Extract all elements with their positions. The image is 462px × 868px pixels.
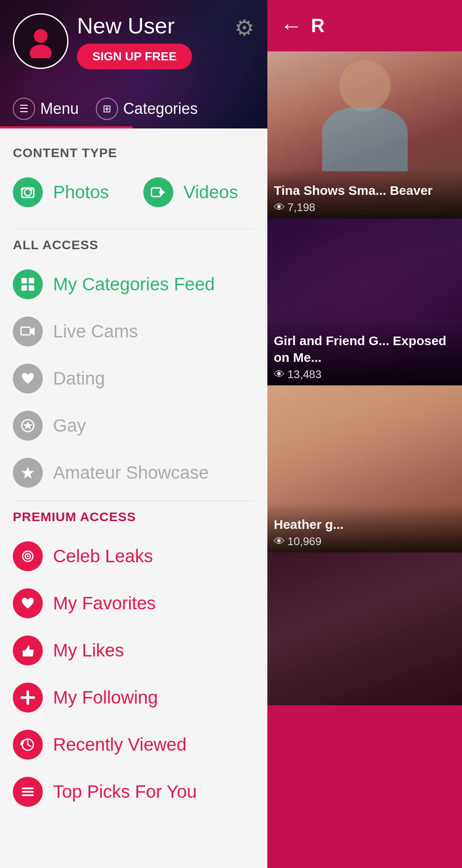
video-views-2: 👁 13,483: [274, 368, 456, 381]
sidebar-item-celeb-leaks[interactable]: Celeb Leaks: [13, 533, 255, 580]
app-header: New User SIGN UP FREE ⚙ ☰ Menu ⊞ Categor…: [0, 0, 267, 128]
top-picks-icon: [13, 777, 43, 807]
video-views-1: 👁 7,198: [274, 201, 456, 214]
video-card-2[interactable]: Girl and Friend G... Exposed on Me... 👁 …: [267, 218, 462, 385]
celeb-leaks-label: Celeb Leaks: [53, 546, 153, 567]
svg-point-9: [159, 191, 163, 194]
dating-label: Dating: [53, 368, 105, 389]
menu-icon: ☰: [13, 98, 35, 120]
divider-2: [13, 501, 255, 501]
all-access-label: ALL ACCESS: [13, 238, 255, 252]
sidebar-item-my-likes[interactable]: My Likes: [13, 627, 255, 674]
svg-point-1: [34, 29, 47, 43]
video-card-1[interactable]: Tina Shows Sma... Beaver 👁 7,198: [267, 51, 462, 218]
gay-icon: [13, 411, 43, 441]
username: New User: [77, 13, 192, 39]
amateur-showcase-icon: [13, 458, 43, 488]
sidebar-item-my-following[interactable]: My Following: [13, 674, 255, 721]
video-title-3: Heather g...: [274, 516, 456, 533]
recently-viewed-icon: [13, 730, 43, 760]
svg-rect-11: [29, 278, 34, 283]
signup-button[interactable]: SIGN UP FREE: [77, 44, 192, 69]
live-cams-label: Live Cams: [53, 321, 138, 342]
photos-icon: [13, 177, 43, 207]
categories-icon: ⊞: [96, 98, 118, 120]
svg-rect-29: [22, 791, 34, 793]
sidebar-item-recently-viewed[interactable]: Recently Viewed: [13, 721, 255, 768]
header-top: New User SIGN UP FREE ⚙: [0, 0, 267, 69]
videos-label: Videos: [184, 182, 238, 203]
content-type-label: CONTENT TYPE: [13, 146, 255, 160]
menu-active-indicator: [0, 126, 133, 128]
svg-marker-18: [21, 467, 34, 479]
amateur-showcase-label: Amateur Showcase: [53, 462, 209, 483]
video-info-1: Tina Shows Sma... Beaver 👁 7,198: [267, 169, 462, 218]
svg-rect-30: [22, 794, 34, 796]
eye-icon-2: 👁: [274, 368, 285, 381]
my-following-icon: [13, 683, 43, 713]
photos-label: Photos: [53, 182, 109, 203]
user-info: New User SIGN UP FREE: [77, 13, 192, 69]
categories-nav-button[interactable]: ⊞ Categories: [96, 98, 198, 120]
svg-point-21: [27, 555, 29, 557]
divider-1: [13, 229, 255, 229]
videos-icon: [143, 177, 173, 207]
sidebar-menu: CONTENT TYPE Photos Videos: [0, 128, 267, 868]
eye-icon-3: 👁: [274, 535, 285, 548]
sidebar-item-photos[interactable]: Photos: [13, 169, 109, 216]
gay-label: Gay: [53, 415, 86, 436]
menu-nav-button[interactable]: ☰ Menu: [13, 98, 79, 120]
svg-line-26: [28, 745, 31, 746]
my-categories-feed-icon: [13, 269, 43, 299]
svg-rect-5: [21, 188, 24, 190]
video-info-3: Heather g... 👁 10,969: [267, 503, 462, 552]
categories-label: Categories: [123, 100, 198, 118]
content-type-row: Photos Videos: [13, 169, 255, 216]
live-cams-icon: [13, 316, 43, 346]
eye-icon-1: 👁: [274, 201, 285, 214]
sidebar-item-gay[interactable]: Gay: [13, 402, 255, 449]
svg-rect-10: [21, 278, 27, 283]
my-favorites-label: My Favorites: [53, 593, 156, 614]
sidebar-item-my-favorites[interactable]: My Favorites: [13, 580, 255, 627]
my-likes-icon: [13, 635, 43, 665]
video-info-2: Girl and Friend G... Exposed on Me... 👁 …: [267, 319, 462, 385]
video-card-4[interactable]: [267, 552, 462, 705]
settings-icon[interactable]: ⚙: [234, 15, 255, 41]
my-categories-feed-label: My Categories Feed: [53, 274, 215, 295]
sidebar-item-my-categories-feed[interactable]: My Categories Feed: [13, 261, 255, 308]
sidebar-item-videos[interactable]: Videos: [143, 169, 238, 216]
right-panel-header: ← R: [267, 0, 462, 51]
svg-rect-14: [21, 327, 30, 335]
video-title-1: Tina Shows Sma... Beaver: [274, 182, 456, 199]
recently-viewed-label: Recently Viewed: [53, 734, 187, 755]
video-card-3[interactable]: Heather g... 👁 10,969: [267, 385, 462, 552]
my-likes-label: My Likes: [53, 640, 124, 661]
sidebar-item-live-cams[interactable]: Live Cams: [13, 308, 255, 355]
header-navigation: ☰ Menu ⊞ Categories: [0, 98, 267, 128]
video-views-3: 👁 10,969: [274, 535, 456, 548]
svg-marker-17: [23, 421, 33, 430]
menu-label: Menu: [40, 100, 79, 118]
svg-point-3: [24, 189, 31, 196]
avatar[interactable]: [13, 13, 68, 69]
svg-point-6: [31, 189, 33, 191]
sidebar-item-amateur-showcase[interactable]: Amateur Showcase: [13, 449, 255, 496]
back-button[interactable]: ←: [280, 13, 302, 39]
svg-rect-12: [21, 285, 27, 291]
svg-rect-13: [29, 285, 34, 291]
celeb-leaks-icon: [13, 541, 43, 571]
svg-rect-28: [22, 787, 34, 789]
video-title-2: Girl and Friend G... Exposed on Me...: [274, 332, 456, 366]
premium-access-label: PREMIUM ACCESS: [13, 510, 255, 524]
sidebar-item-top-picks[interactable]: Top Picks For You: [13, 768, 255, 815]
my-following-label: My Following: [53, 687, 158, 708]
sidebar-item-dating[interactable]: Dating: [13, 355, 255, 402]
my-favorites-icon: [13, 588, 43, 618]
right-panel: ← R Tina Shows Sma... Beaver 👁 7,198 Gir…: [267, 0, 462, 868]
dating-icon: [13, 364, 43, 394]
top-picks-label: Top Picks For You: [53, 781, 197, 802]
right-panel-title: R: [311, 15, 325, 36]
